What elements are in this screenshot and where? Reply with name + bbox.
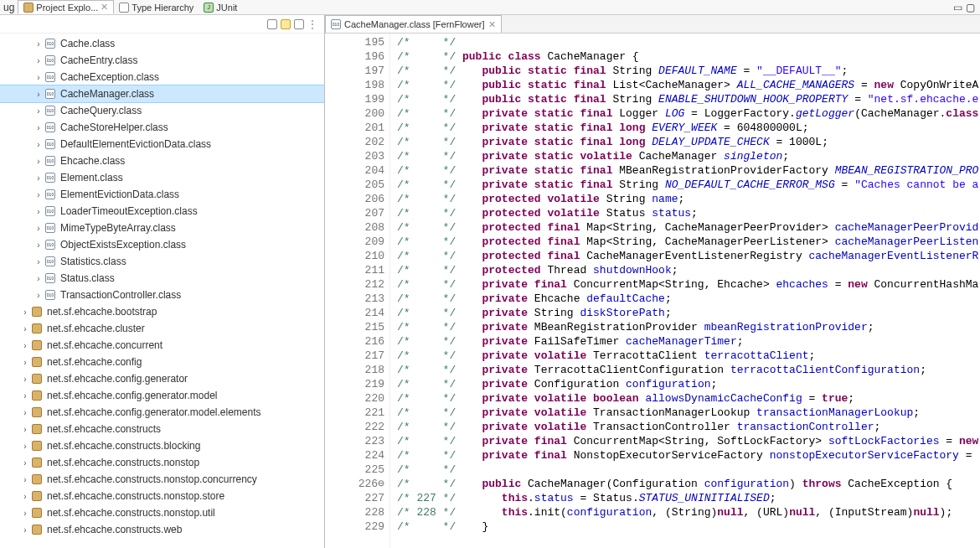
tree-classfile[interactable]: ›CacheException.class bbox=[0, 69, 324, 85]
code-line[interactable]: /* */ protected final Map<String, CacheM… bbox=[397, 235, 980, 249]
tree-classfile[interactable]: ›DefaultElementEvictionData.class bbox=[0, 136, 324, 153]
tree-package[interactable]: ›net.sf.ehcache.config bbox=[0, 354, 324, 370]
expand-icon[interactable]: › bbox=[34, 207, 44, 216]
expand-icon[interactable]: › bbox=[34, 90, 44, 99]
code-line[interactable]: /* */ private TerracottaClientConfigurat… bbox=[397, 363, 980, 377]
view-menu-icon[interactable]: ⋮ bbox=[307, 18, 317, 30]
close-icon[interactable]: ✕ bbox=[488, 19, 496, 30]
expand-icon[interactable]: › bbox=[20, 324, 30, 333]
expand-icon[interactable]: › bbox=[20, 308, 30, 317]
code-line[interactable]: /* */ public static final String DEFAULT… bbox=[397, 64, 980, 78]
code-line[interactable]: /* */ private static final long DELAY_UP… bbox=[397, 135, 980, 149]
expand-icon[interactable]: › bbox=[34, 257, 44, 266]
expand-icon[interactable]: › bbox=[34, 39, 44, 49]
tree-classfile[interactable]: ›ElementEvictionData.class bbox=[0, 186, 324, 203]
close-icon[interactable]: ✕ bbox=[101, 2, 108, 13]
code-line[interactable]: /* */ bbox=[397, 463, 980, 477]
tree-package[interactable]: ›net.sf.ehcache.bootstrap bbox=[0, 303, 324, 320]
expand-icon[interactable]: › bbox=[20, 525, 30, 535]
code-line[interactable]: /* */ protected Thread shutdownHook; bbox=[397, 263, 980, 277]
tree-classfile[interactable]: ›Statistics.class bbox=[0, 253, 324, 270]
code-line[interactable]: /* */ private static final long EVERY_WE… bbox=[397, 121, 980, 135]
tree-classfile[interactable]: ›Status.class bbox=[0, 270, 324, 287]
expand-icon[interactable]: › bbox=[20, 425, 30, 434]
tree-package[interactable]: ›net.sf.ehcache.constructs.nonstop bbox=[0, 454, 324, 471]
code-line[interactable]: /* */ protected final Map<String, CacheM… bbox=[397, 220, 980, 235]
code-line[interactable]: /* */ private MBeanRegistrationProvider … bbox=[397, 320, 980, 334]
minimize-icon[interactable]: ▭ bbox=[953, 2, 962, 13]
code-line[interactable]: /* */ private String diskStorePath; bbox=[397, 306, 980, 320]
code-line[interactable]: /* */ private Ehcache defaultCache; bbox=[397, 292, 980, 306]
expand-icon[interactable]: › bbox=[34, 73, 44, 82]
tree-classfile[interactable]: ›CacheManager.class bbox=[0, 85, 324, 102]
code-line[interactable]: /* */ protected final CacheManagerEventL… bbox=[397, 249, 980, 263]
expand-icon[interactable]: › bbox=[20, 458, 30, 468]
tree-package[interactable]: ›net.sf.ehcache.concurrent bbox=[0, 337, 324, 354]
view-tab-junit[interactable]: JJUnit bbox=[199, 0, 242, 14]
expand-icon[interactable]: › bbox=[20, 442, 30, 451]
collapse-all-icon[interactable] bbox=[267, 19, 277, 29]
code-line[interactable]: /* */ public static final List<CacheMana… bbox=[397, 78, 980, 92]
code-line[interactable]: /* */ private static final MBeanRegistra… bbox=[397, 163, 980, 178]
view-tab-type-hierarchy[interactable]: Type Hierarchy bbox=[114, 0, 199, 14]
code-line[interactable]: /* */ private final NonstopExecutorServi… bbox=[397, 448, 980, 463]
tree-classfile[interactable]: ›CacheQuery.class bbox=[0, 102, 324, 119]
tree-classfile[interactable]: ›MimeTypeByteArray.class bbox=[0, 220, 324, 236]
expand-icon[interactable]: › bbox=[20, 341, 30, 350]
tree-package[interactable]: ›net.sf.ehcache.config.generator.model.e… bbox=[0, 404, 324, 421]
maximize-icon[interactable]: ▢ bbox=[966, 2, 975, 13]
tree-classfile[interactable]: ›CacheEntry.class bbox=[0, 52, 324, 69]
expand-icon[interactable]: › bbox=[34, 274, 44, 283]
tree-classfile[interactable]: ›Cache.class bbox=[0, 35, 324, 52]
code-line[interactable]: /* */ protected volatile String name; bbox=[397, 192, 980, 206]
tree-package[interactable]: ›net.sf.ehcache.config.generator.model bbox=[0, 387, 324, 404]
tree-package[interactable]: ›net.sf.ehcache.constructs.nonstop.store bbox=[0, 488, 324, 504]
expand-icon[interactable]: › bbox=[34, 56, 44, 65]
code-line[interactable]: /* */ private static volatile CacheManag… bbox=[397, 149, 980, 163]
code-line[interactable]: /* */ private volatile boolean allowsDyn… bbox=[397, 391, 980, 406]
expand-icon[interactable]: › bbox=[34, 123, 44, 132]
tree-package[interactable]: ›net.sf.ehcache.config.generator bbox=[0, 370, 324, 387]
tree-classfile[interactable]: ›TransactionController.class bbox=[0, 287, 324, 303]
tree-package[interactable]: ›net.sf.ehcache.constructs.blocking bbox=[0, 437, 324, 454]
tree-package[interactable]: ›net.sf.ehcache.constructs bbox=[0, 421, 324, 437]
code-line[interactable]: /* */ bbox=[397, 35, 980, 49]
code-line[interactable]: /* */ private static final Logger LOG = … bbox=[397, 106, 980, 121]
code-line[interactable]: /* */ private final ConcurrentMap<String… bbox=[397, 434, 980, 448]
code-line[interactable]: /* 227 */ this.status = Status.STATUS_UN… bbox=[397, 491, 980, 505]
expand-icon[interactable]: › bbox=[34, 140, 44, 149]
tree-classfile[interactable]: ›ObjectExistsException.class bbox=[0, 236, 324, 253]
expand-icon[interactable]: › bbox=[20, 492, 30, 501]
editor-tab-cachemanager[interactable]: CacheManager.class [FernFlower] ✕ bbox=[325, 15, 502, 33]
filter-icon[interactable] bbox=[294, 19, 304, 29]
code-line[interactable]: /* */ public CacheManager(Configuration … bbox=[397, 477, 980, 491]
tree-classfile[interactable]: ›Element.class bbox=[0, 169, 324, 186]
expand-icon[interactable]: › bbox=[34, 157, 44, 166]
expand-icon[interactable]: › bbox=[20, 509, 30, 518]
expand-icon[interactable]: › bbox=[34, 291, 44, 300]
expand-icon[interactable]: › bbox=[20, 375, 30, 384]
expand-icon[interactable]: › bbox=[34, 224, 44, 233]
code-line[interactable]: /* */ private volatile TerracottaClient … bbox=[397, 349, 980, 363]
expand-icon[interactable]: › bbox=[20, 475, 30, 484]
code-line[interactable]: /* */ private final ConcurrentMap<String… bbox=[397, 277, 980, 292]
tree-package[interactable]: ›net.sf.ehcache.cluster bbox=[0, 320, 324, 337]
tree-classfile[interactable]: ›LoaderTimeoutException.class bbox=[0, 203, 324, 220]
expand-icon[interactable]: › bbox=[34, 106, 44, 116]
expand-icon[interactable]: › bbox=[34, 240, 44, 250]
tree-classfile[interactable]: ›CacheStoreHelper.class bbox=[0, 119, 324, 136]
tree-package[interactable]: ›net.sf.ehcache.constructs.nonstop.concu… bbox=[0, 471, 324, 488]
expand-icon[interactable]: › bbox=[20, 391, 30, 401]
code-line[interactable]: /* 228 */ this.init(configuration, (Stri… bbox=[397, 505, 980, 520]
link-editor-icon[interactable] bbox=[281, 19, 291, 29]
code-line[interactable]: /* */ } bbox=[397, 520, 980, 534]
code-line[interactable]: /* */ protected volatile Status status; bbox=[397, 206, 980, 220]
code-line[interactable]: /* */ private FailSafeTimer cacheManager… bbox=[397, 334, 980, 349]
code-area[interactable]: 1951961971981992002012022032042052062072… bbox=[325, 34, 980, 548]
code-line[interactable]: /* */ private volatile TransactionManage… bbox=[397, 406, 980, 420]
expand-icon[interactable]: › bbox=[34, 190, 44, 199]
code-line[interactable]: /* */ private static final String NO_DEF… bbox=[397, 178, 980, 192]
code-line[interactable]: /* */ private Configuration configuratio… bbox=[397, 377, 980, 391]
code-content[interactable]: /* *//* */ public class CacheManager {/*… bbox=[390, 34, 980, 548]
project-tree[interactable]: ›Cache.class›CacheEntry.class›CacheExcep… bbox=[0, 34, 324, 548]
